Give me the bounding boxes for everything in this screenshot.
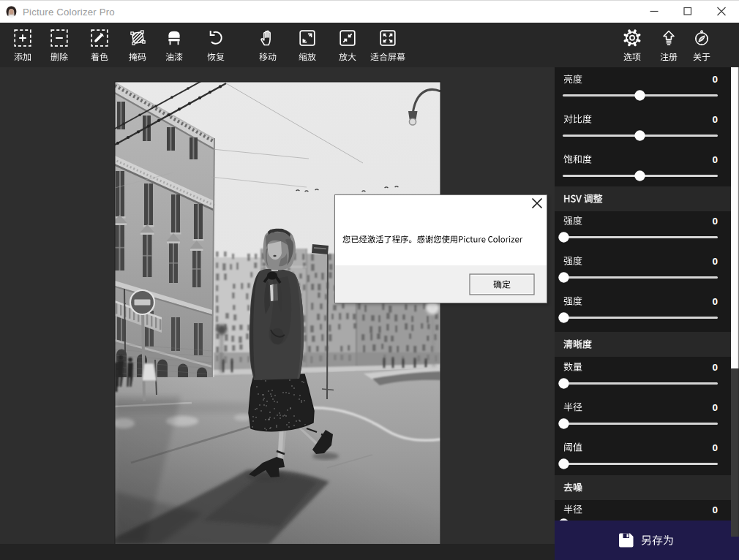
- svg-text:0: 0: [712, 74, 718, 85]
- svg-text:0: 0: [712, 154, 718, 165]
- svg-text:0: 0: [712, 504, 718, 515]
- svg-text:0: 0: [712, 442, 718, 453]
- svg-text:0: 0: [712, 114, 718, 125]
- svg-text:Picture Colorizer Pro: Picture Colorizer Pro: [23, 7, 115, 18]
- svg-text:0: 0: [712, 362, 718, 373]
- svg-text:0: 0: [712, 256, 718, 267]
- svg-text:0: 0: [712, 296, 718, 307]
- svg-text:0: 0: [712, 216, 718, 227]
- svg-text:0: 0: [712, 402, 718, 413]
